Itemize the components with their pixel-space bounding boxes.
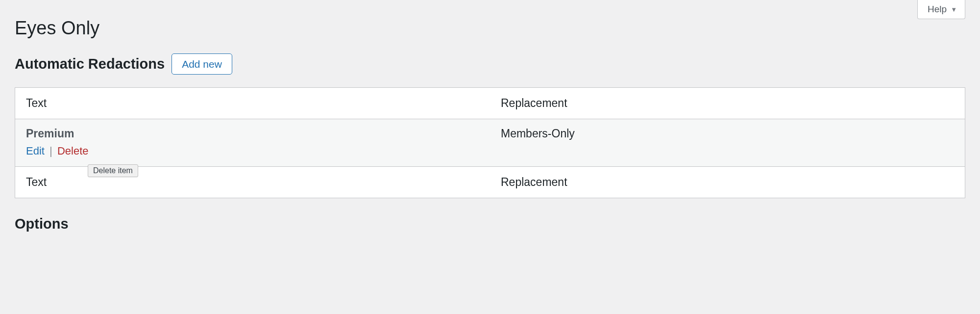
column-footer-replacement[interactable]: Replacement xyxy=(490,167,965,198)
column-footer-text[interactable]: Text xyxy=(15,167,490,198)
help-label: Help xyxy=(928,4,947,15)
table-row: Premium Edit | Delete Delete item Member… xyxy=(15,119,965,167)
options-heading: Options xyxy=(15,198,965,232)
action-separator: | xyxy=(48,145,54,157)
row-replacement-value: Members-Only xyxy=(501,127,575,140)
row-actions: Edit | Delete Delete item xyxy=(26,145,88,157)
delete-link[interactable]: Delete xyxy=(57,145,89,157)
redactions-heading: Automatic Redactions xyxy=(15,56,165,72)
column-header-text[interactable]: Text xyxy=(15,88,490,119)
chevron-down-icon: ▼ xyxy=(951,6,957,13)
delete-tooltip: Delete item xyxy=(88,164,138,177)
edit-link[interactable]: Edit xyxy=(26,145,45,157)
row-text-value: Premium xyxy=(26,127,479,144)
redactions-table: Text Replacement Premium Edit | Delete D… xyxy=(15,87,965,198)
page-title: Eyes Only xyxy=(15,0,965,53)
column-header-replacement[interactable]: Replacement xyxy=(490,88,965,119)
add-new-button[interactable]: Add new xyxy=(172,53,232,75)
help-tab[interactable]: Help ▼ xyxy=(917,0,965,19)
